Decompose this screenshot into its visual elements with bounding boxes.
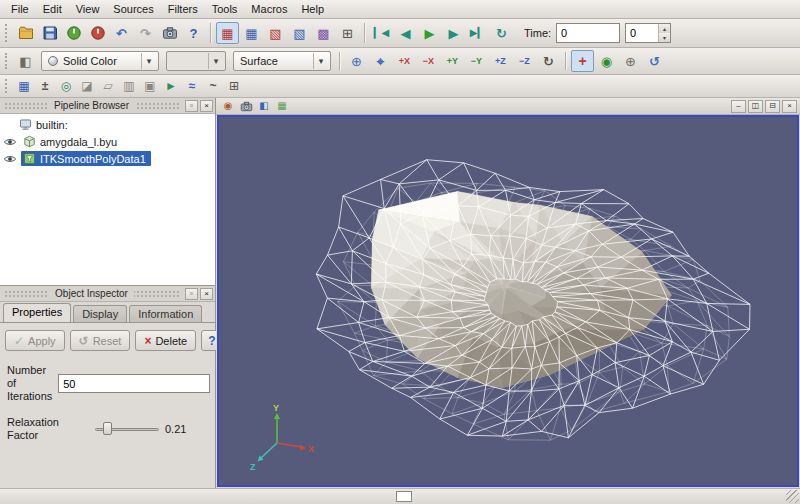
minimize-view-icon[interactable]: – (731, 100, 746, 113)
redo-icon[interactable]: ↷ (134, 22, 157, 44)
first-frame-icon[interactable]: ▎◀ (370, 22, 393, 44)
tab-properties[interactable]: Properties (3, 303, 71, 322)
menu-filters[interactable]: Filters (161, 1, 205, 17)
group-datasets-icon[interactable]: ⊞ (224, 77, 244, 96)
contour-icon[interactable]: ◎ (56, 77, 76, 96)
resize-grip[interactable] (786, 490, 799, 503)
main-toolbar: ↶↷? ▦▦▧▧▩⊞ ▎◀◀▶▶▶▎↻ Time: ▴▾ (0, 19, 800, 48)
screenshot-camera-icon[interactable] (158, 22, 181, 44)
last-frame-icon[interactable]: ▶▎ (466, 22, 489, 44)
delete-button[interactable]: × Delete (135, 330, 196, 351)
tab-information[interactable]: Information (129, 305, 202, 322)
open-file-icon[interactable] (14, 22, 37, 44)
float-dock-button[interactable]: ▫ (185, 288, 198, 300)
split-vertical-icon[interactable]: ⊟ (765, 100, 780, 113)
extract-subset-icon[interactable]: ▣ (140, 77, 160, 96)
show-center-axes-icon[interactable]: + (571, 50, 594, 72)
float-dock-button[interactable]: ▫ (185, 100, 198, 112)
set-view-plus-y-icon[interactable]: +Y (441, 50, 464, 72)
spin-arrows[interactable]: ▴▾ (658, 24, 670, 42)
center-axes-toolbar-group: +◉⊕↺ (571, 50, 666, 72)
view-pin-icon[interactable]: ◉ (219, 99, 237, 114)
calculator-icon[interactable]: ± (35, 77, 55, 96)
iterations-input[interactable] (58, 374, 210, 393)
relaxation-value: 0.21 (165, 423, 186, 435)
glyph-filter-icon[interactable]: ► (161, 77, 181, 96)
select-surface-cells-icon[interactable]: ▦ (216, 22, 239, 44)
previous-frame-icon[interactable]: ◀ (394, 22, 417, 44)
clip-icon[interactable]: ◪ (77, 77, 97, 96)
select-frustum-points-icon[interactable]: ▧ (288, 22, 311, 44)
help-icon[interactable]: ? (182, 22, 205, 44)
separator (364, 23, 365, 43)
reset-camera-icon[interactable]: ⊕ (345, 50, 368, 72)
pipeline-item-label: ITKSmoothPolyData1 (40, 153, 146, 165)
rotate-camera-icon[interactable]: ↺ (643, 50, 666, 72)
rotate-90-cw-icon[interactable]: ↻ (537, 50, 560, 72)
tab-display[interactable]: Display (73, 305, 127, 322)
select-block-icon[interactable]: ▩ (312, 22, 335, 44)
view-palette-icon[interactable]: ◧ (255, 99, 273, 114)
threshold-icon[interactable]: ▥ (119, 77, 139, 96)
zoom-to-box-icon[interactable]: ⊞ (336, 22, 359, 44)
menu-view[interactable]: View (69, 1, 107, 17)
warp-vector-icon[interactable]: ~ (203, 77, 223, 96)
menu-sources[interactable]: Sources (106, 1, 160, 17)
toolbar-grip[interactable] (5, 79, 9, 93)
split-horizontal-icon[interactable]: ◫ (748, 100, 763, 113)
color-mode-combo[interactable]: Solid Color ▾ (41, 51, 159, 71)
play-icon[interactable]: ▶ (418, 22, 441, 44)
set-view-plus-x-icon[interactable]: +X (393, 50, 416, 72)
select-frustum-cells-icon[interactable]: ▧ (264, 22, 287, 44)
visibility-eye-icon[interactable] (2, 135, 17, 149)
disconnect-server-icon[interactable] (86, 22, 109, 44)
set-view-minus-x-icon[interactable]: −X (417, 50, 440, 72)
connect-server-icon[interactable] (62, 22, 85, 44)
pipeline-item-amygdala-l-byu[interactable]: amygdala_l.byu (0, 133, 215, 150)
delete-x-icon: × (144, 335, 151, 347)
frame-spinbox[interactable]: ▴▾ (625, 23, 671, 43)
toolbar-grip[interactable] (5, 53, 9, 70)
slider-handle[interactable] (103, 422, 112, 435)
view-area: ◉◧▦ –◫⊟× Y X Z (216, 98, 800, 488)
close-dock-button[interactable]: × (200, 288, 213, 300)
toolbar-grip[interactable] (5, 24, 9, 42)
relaxation-slider[interactable] (95, 421, 159, 437)
pipeline-item-builtin[interactable]: builtin: (0, 116, 215, 133)
set-view-minus-y-icon[interactable]: −Y (465, 50, 488, 72)
stream-tracer-icon[interactable]: ≈ (182, 77, 202, 96)
close-view-icon[interactable]: × (782, 100, 797, 113)
pipeline-item-itksmoothpolydata1[interactable]: ITKSmoothPolyData1 (0, 150, 215, 167)
pipeline-item-label: amygdala_l.byu (40, 136, 117, 148)
time-value-input[interactable] (556, 23, 620, 43)
select-surface-points-icon[interactable]: ▦ (240, 22, 263, 44)
menu-edit[interactable]: Edit (36, 1, 69, 17)
view-camera-icon[interactable] (237, 99, 255, 114)
render-view[interactable]: Y X Z (217, 115, 799, 487)
menu-tools[interactable]: Tools (205, 1, 245, 17)
component-combo[interactable]: ▾ (166, 51, 226, 71)
pick-center-icon[interactable]: ◉ (595, 50, 618, 72)
menu-help[interactable]: Help (294, 1, 331, 17)
save-state-icon[interactable] (38, 22, 61, 44)
set-view-minus-z-icon[interactable]: −Z (513, 50, 536, 72)
slice-icon[interactable]: ▱ (98, 77, 118, 96)
menu-file[interactable]: File (4, 1, 36, 17)
set-view-plus-z-icon[interactable]: +Z (489, 50, 512, 72)
close-dock-button[interactable]: × (200, 100, 213, 112)
undo-icon[interactable]: ↶ (110, 22, 133, 44)
visibility-eye-icon[interactable] (2, 152, 17, 166)
representation-combo[interactable]: Surface ▾ (233, 51, 331, 71)
spreadsheet-view-icon[interactable]: ▦ (14, 77, 34, 96)
loop-icon[interactable]: ↻ (490, 22, 513, 44)
edit-color-map-icon[interactable]: ◧ (14, 50, 37, 72)
zoom-to-data-icon[interactable]: ⌖ (369, 50, 392, 72)
solid-color-swatch-icon (48, 56, 58, 66)
menu-macros[interactable]: Macros (244, 1, 294, 17)
apply-button[interactable]: ✓ Apply (5, 330, 65, 351)
reset-center-icon[interactable]: ⊕ (619, 50, 642, 72)
reset-button[interactable]: ↺ Reset (70, 330, 131, 351)
view-grid-icon[interactable]: ▦ (273, 99, 291, 114)
time-label: Time: (524, 27, 551, 39)
next-frame-icon[interactable]: ▶ (442, 22, 465, 44)
